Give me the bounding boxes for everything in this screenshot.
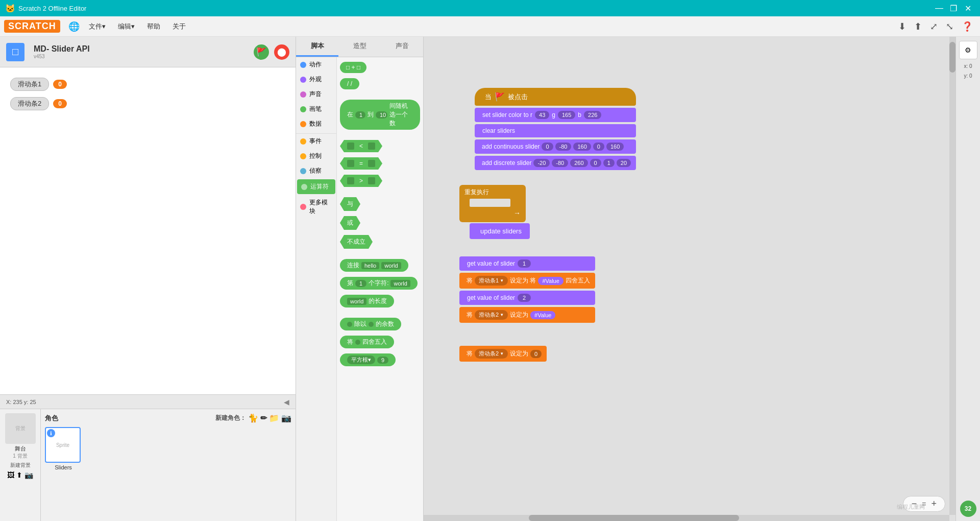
cat-control[interactable]: 控制 <box>296 149 336 163</box>
zoom-in-button[interactable]: + <box>929 499 939 509</box>
menu-edit[interactable]: 编辑▾ <box>113 20 140 33</box>
block-or[interactable]: 或 <box>340 216 360 230</box>
block-update-sliders[interactable]: update sliders <box>470 223 530 239</box>
cat-pen[interactable]: 画笔 <box>296 102 336 116</box>
sprite-item-sliders[interactable]: ℹ Sprite Sliders <box>45 427 82 470</box>
script-group2: 重复执行 → <box>459 185 526 222</box>
block-eq[interactable]: = <box>340 157 382 170</box>
menu-about[interactable]: 关于 <box>167 20 191 33</box>
slider1-label: 滑动条1 <box>10 78 49 91</box>
help-icon[interactable]: ❓ <box>959 19 976 34</box>
menu-file[interactable]: 文件▾ <box>84 20 111 33</box>
script-group1: 当 🚩 被点击 set slider color to r 43 g 165 b… <box>475 88 636 171</box>
block-set-slider-color[interactable]: set slider color to r 43 g 165 b 226 <box>475 108 636 122</box>
cat-events[interactable]: 事件 <box>296 133 336 149</box>
tab-script[interactable]: 脚本 <box>296 37 338 57</box>
sprite-thumbnail-sliders[interactable]: ℹ Sprite <box>45 427 81 463</box>
new-sprite-paint-icon[interactable]: 🐈 <box>248 413 258 423</box>
vscroll-thumb[interactable] <box>949 42 955 73</box>
slider2-value: 0 <box>53 99 67 108</box>
new-sprite-pencil-icon[interactable]: ✏ <box>260 413 267 423</box>
close-button[interactable]: ✕ <box>961 1 975 15</box>
block-get-slider1[interactable]: get value of slider 1 <box>459 256 595 271</box>
settings-button[interactable]: ⚙ <box>959 41 977 59</box>
block-length[interactable]: world 的长度 <box>340 295 394 307</box>
divider2 <box>340 133 420 138</box>
maximize-button[interactable]: ❐ <box>946 1 961 15</box>
new-sprite-camera-icon[interactable]: 📷 <box>281 413 291 423</box>
cat-looks[interactable]: 外观 <box>296 72 336 87</box>
block-random[interactable]: 在 1 到 10 间随机选一个数 <box>340 100 420 130</box>
script-vscroll[interactable] <box>949 37 955 515</box>
cat-data[interactable]: 数据 <box>296 116 336 131</box>
sprite-info-icon[interactable]: ℹ <box>47 429 55 437</box>
block-set-var2[interactable]: 将 滑动条2 ▼ 设定为 #Value <box>459 307 595 323</box>
turbo-icon[interactable]: ⤡ <box>943 19 957 34</box>
fullscreen-icon[interactable]: ⤢ <box>927 19 941 34</box>
cat-motion[interactable]: 动作 <box>296 57 336 72</box>
repeat-arrow-icon: → <box>513 209 521 217</box>
main-area: □ MD- Slider API v453 🚩 ⬤ 滑动条1 0 滑动条2 0 <box>0 37 980 521</box>
block-repeat[interactable]: 重复执行 → <box>459 185 526 222</box>
scratch-logo: SCRATCH <box>4 20 60 33</box>
block-and[interactable]: 与 <box>340 197 360 211</box>
watermark: 编程儿童网 <box>897 503 925 511</box>
block-get-slider2[interactable]: get value of slider 2 <box>459 291 595 305</box>
sprite-name-sliders: Sliders <box>45 464 82 470</box>
script-hscroll[interactable] <box>424 515 949 521</box>
block-mod[interactable]: 除以 的余数 <box>340 318 401 330</box>
block-join[interactable]: 连接 hello world <box>340 259 408 272</box>
stop-button[interactable]: ⬤ <box>274 44 289 60</box>
block-round[interactable]: 将 四舍五入 <box>340 336 394 348</box>
tab-costume[interactable]: 造型 <box>338 37 381 57</box>
minimize-button[interactable]: — <box>932 1 946 15</box>
block-set-var1[interactable]: 将 滑动条1 ▼ 设定为 将 #Value 四舍五入 <box>459 273 595 289</box>
cat-sensing[interactable]: 侦察 <box>296 163 336 178</box>
script-group5: 将 滑动条2 ▼ 设定为 0 <box>459 346 547 362</box>
script-area: 当 🚩 被点击 set slider color to r 43 g 165 b… <box>424 37 955 521</box>
block-add[interactable]: □ + □ <box>340 62 366 73</box>
sprite-title: MD- Slider API <box>34 44 249 54</box>
cat-operators[interactable]: 运算符 <box>297 179 335 194</box>
slider1-value: 0 <box>53 80 67 89</box>
blocks-panel: 脚本 造型 声音 动作 外观 声音 <box>296 37 424 521</box>
new-sprite-label: 新建角色： <box>215 414 246 422</box>
blocks-content: 动作 外观 声音 画笔 数据 <box>296 57 423 521</box>
globe-icon[interactable]: 🌐 <box>66 19 82 34</box>
tab-sound[interactable]: 声音 <box>381 37 423 57</box>
new-bg-paint-icon[interactable]: 🖼 <box>7 471 14 479</box>
block-when-flag[interactable]: 当 🚩 被点击 <box>475 88 636 106</box>
green-flag-button[interactable]: 🚩 <box>254 44 269 60</box>
sprites-section: 角色 新建角色： 🐈 ✏ 📁 📷 ℹ Sprite <box>41 409 296 521</box>
block-set-slider2-zero[interactable]: 将 滑动条2 ▼ 设定为 0 <box>459 346 547 362</box>
divider3 <box>340 191 420 196</box>
menu-help[interactable]: 帮助 <box>142 20 165 33</box>
new-bg-upload-icon[interactable]: ⬆ <box>16 471 22 479</box>
block-not[interactable]: 不成立 <box>340 235 373 249</box>
block-gt[interactable]: > <box>340 175 382 187</box>
title-icon: 🐱 <box>5 4 15 13</box>
cat-more[interactable]: 更多模块 <box>296 195 336 219</box>
block-divide[interactable]: / / <box>340 78 359 89</box>
new-bg-camera-icon[interactable]: 📷 <box>24 471 33 479</box>
block-clear-sliders[interactable]: clear sliders <box>475 124 636 137</box>
hscroll-thumb[interactable] <box>529 515 739 521</box>
block-sqrt[interactable]: 平方根▾ 9 <box>340 353 396 366</box>
stage-thumbnail[interactable]: 背景 <box>5 413 36 444</box>
block-lt[interactable]: < <box>340 140 382 152</box>
stage-bottom: 背景 舞台 1 背景 新建背景 🖼 ⬆ 📷 角色 新建角色： 🐈 <box>0 409 296 521</box>
download-icon[interactable]: ⬇ <box>895 19 909 34</box>
y-coord: y: 0 <box>964 73 972 79</box>
sprite-version: v453 <box>34 54 249 59</box>
collapse-button[interactable]: ◀ <box>284 398 289 406</box>
cat-sound[interactable]: 声音 <box>296 87 336 102</box>
new-sprite-upload-icon[interactable]: 📁 <box>269 413 279 423</box>
upload-icon[interactable]: ⬆ <box>911 19 925 34</box>
stage-canvas: 滑动条1 0 滑动条2 0 <box>0 67 296 394</box>
sprites-list: ℹ Sprite Sliders <box>45 427 291 470</box>
block-add-discrete-slider[interactable]: add discrete slider -20 -80 260 0 1 20 <box>475 156 636 170</box>
sprite-icon: □ <box>6 43 24 61</box>
x-coord: x: 0 <box>964 63 972 69</box>
block-add-continuous-slider[interactable]: add continuous slider 0 -80 160 0 160 <box>475 139 636 154</box>
block-letter[interactable]: 第 1 个字符: world <box>340 277 418 290</box>
